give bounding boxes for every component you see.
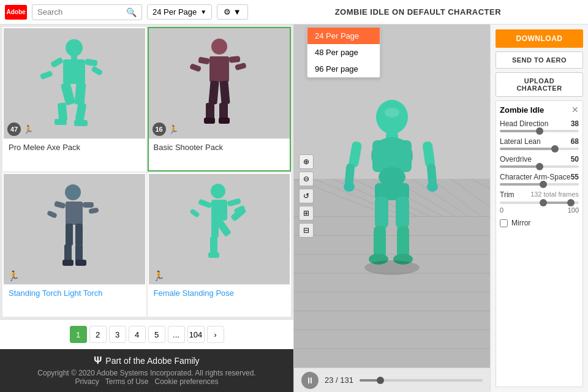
grid-item-runicon-4: 🏃 xyxy=(153,270,165,282)
arm-space-thumb[interactable] xyxy=(540,181,547,188)
svg-rect-3 xyxy=(50,57,64,69)
svg-rect-19 xyxy=(208,80,219,104)
progress-thumb[interactable] xyxy=(377,377,384,384)
footer-copyright: Copyright © 2020 Adobe Systems Incorpora… xyxy=(6,369,287,377)
frame-counter: 23 / 131 xyxy=(325,375,353,385)
footer-terms-link[interactable]: Terms of Use xyxy=(105,377,149,386)
svg-rect-10 xyxy=(75,102,87,122)
svg-rect-24 xyxy=(219,118,230,124)
page-next-btn[interactable]: › xyxy=(207,326,224,343)
lateral-lean-value: 68 xyxy=(571,137,579,146)
lateral-lean-track[interactable] xyxy=(500,148,579,150)
trim-range[interactable] xyxy=(500,202,579,204)
grid-item-image-4: 🏃 xyxy=(149,174,290,284)
page-btn-1[interactable]: 1 xyxy=(70,326,87,343)
arm-space-label-row: Character Arm-Space 55 xyxy=(500,173,579,181)
page-btn-5[interactable]: 5 xyxy=(148,326,165,343)
mirror-checkbox[interactable] xyxy=(500,219,508,227)
svg-point-86 xyxy=(385,108,399,118)
arm-space-fill xyxy=(500,183,543,186)
trim-thumb-left[interactable] xyxy=(540,199,547,206)
trim-thumb-right[interactable] xyxy=(567,199,575,206)
svg-rect-35 xyxy=(62,260,74,266)
rotate-btn[interactable]: ↺ xyxy=(299,189,314,203)
grid-item-name-1: Pro Melee Axe Pack xyxy=(4,138,145,157)
svg-rect-1 xyxy=(71,55,77,59)
footer-tagline: Part of the Adobe Family xyxy=(105,356,199,366)
playback-progress[interactable] xyxy=(360,379,483,382)
svg-rect-81 xyxy=(374,226,386,258)
character-svg-2 xyxy=(176,34,262,132)
svg-rect-21 xyxy=(206,103,214,120)
download-button[interactable]: DOWNLOAD xyxy=(496,29,583,48)
page-btn-4[interactable]: 4 xyxy=(129,326,146,343)
head-direction-label-row: Head Direction 38 xyxy=(500,119,579,128)
grid-item-3[interactable]: 🏃 Standing Torch Light Torch xyxy=(2,173,146,317)
gear-button[interactable]: ⚙ ▼ xyxy=(217,4,247,20)
head-direction-value: 38 xyxy=(571,119,579,128)
adobe-icon: Ψ xyxy=(94,355,102,366)
character-svg-3 xyxy=(31,180,117,278)
upload-character-button[interactable]: UPLOAD CHARACTER xyxy=(496,72,583,97)
dropdown-menu: 24 Per Page 48 Per page 96 Per page xyxy=(307,27,380,78)
footer-privacy-link[interactable]: Privacy xyxy=(75,377,99,386)
lateral-lean-thumb[interactable] xyxy=(551,145,559,153)
zoom-out-btn[interactable]: ⊖ xyxy=(299,172,314,186)
left-panel: 47 🏃 Pro Melee Axe Pack xyxy=(0,24,294,392)
grid-item-badge-1: 47 🏃 xyxy=(7,123,33,136)
trim-ends: 0 100 xyxy=(500,206,579,214)
arm-space-track[interactable] xyxy=(500,183,579,186)
reset-btn[interactable]: ⊞ xyxy=(299,206,314,221)
trim-label: Trim xyxy=(500,190,514,199)
overdrive-track[interactable] xyxy=(500,165,579,168)
svg-rect-80 xyxy=(375,197,388,228)
per-page-dropdown[interactable]: 24 Per Page ▼ 24 Per Page 48 Per page 96… xyxy=(147,4,212,20)
svg-rect-44 xyxy=(210,236,217,254)
grid-btn[interactable]: ⊟ xyxy=(299,223,314,238)
head-direction-track[interactable] xyxy=(500,130,579,132)
svg-rect-8 xyxy=(58,102,68,121)
grid-item-2[interactable]: 16 🏃 Basic Shooter Pack xyxy=(148,27,292,172)
svg-rect-31 xyxy=(66,224,73,246)
run-icon-4: 🏃 xyxy=(153,270,165,282)
svg-rect-28 xyxy=(47,209,58,218)
svg-rect-83 xyxy=(396,197,409,228)
mirror-row: Mirror xyxy=(500,219,579,227)
svg-rect-11 xyxy=(55,119,67,125)
svg-rect-18 xyxy=(235,62,247,70)
svg-point-37 xyxy=(211,184,225,198)
search-input[interactable] xyxy=(37,7,123,17)
svg-rect-6 xyxy=(91,66,103,76)
side-toolbar: ⊕ ⊖ ↺ ⊞ ⊟ xyxy=(299,154,314,238)
search-box[interactable]: 🔍 xyxy=(32,4,142,20)
anim-panel-header: Zombie Idle ✕ xyxy=(500,105,579,115)
zoom-in-btn[interactable]: ⊕ xyxy=(299,154,314,169)
grid-item-4[interactable]: 🏃 Female Standing Pose xyxy=(148,173,292,317)
svg-rect-5 xyxy=(85,58,98,66)
overdrive-thumb[interactable] xyxy=(536,163,543,170)
total-frames: 131 xyxy=(340,375,353,385)
svg-rect-20 xyxy=(219,80,230,104)
grid-item-image-1: 47 🏃 xyxy=(4,28,145,138)
grid-item-1[interactable]: 47 🏃 Pro Melee Axe Pack xyxy=(2,27,146,172)
pause-button[interactable]: ⏸ xyxy=(301,372,318,389)
page-btn-3[interactable]: 3 xyxy=(109,326,126,343)
close-panel-button[interactable]: ✕ xyxy=(571,105,579,115)
dropdown-option-24[interactable]: 24 Per Page xyxy=(307,28,380,44)
dropdown-option-48[interactable]: 48 Per page xyxy=(307,44,380,61)
send-to-aero-button[interactable]: SEND TO AERO xyxy=(496,51,583,69)
head-direction-group: Head Direction 38 xyxy=(500,119,579,132)
head-direction-thumb[interactable] xyxy=(536,127,543,135)
svg-point-75 xyxy=(344,182,355,192)
footer-links: Privacy Terms of Use Cookie preferences xyxy=(6,377,287,386)
character-svg-4 xyxy=(176,180,262,278)
animation-grid: 47 🏃 Pro Melee Axe Pack xyxy=(0,24,293,319)
character-3d-svg xyxy=(337,97,447,293)
badge-2: 16 xyxy=(153,123,166,136)
grid-item-badge-2: 16 🏃 xyxy=(153,123,178,136)
page-btn-2[interactable]: 2 xyxy=(89,326,107,343)
footer-cookies-link[interactable]: Cookie preferences xyxy=(154,377,218,386)
dropdown-option-96[interactable]: 96 Per page xyxy=(307,61,380,77)
page-btn-104[interactable]: 104 xyxy=(187,326,205,343)
trim-group: Trim 132 total frames 0 100 xyxy=(500,190,579,214)
